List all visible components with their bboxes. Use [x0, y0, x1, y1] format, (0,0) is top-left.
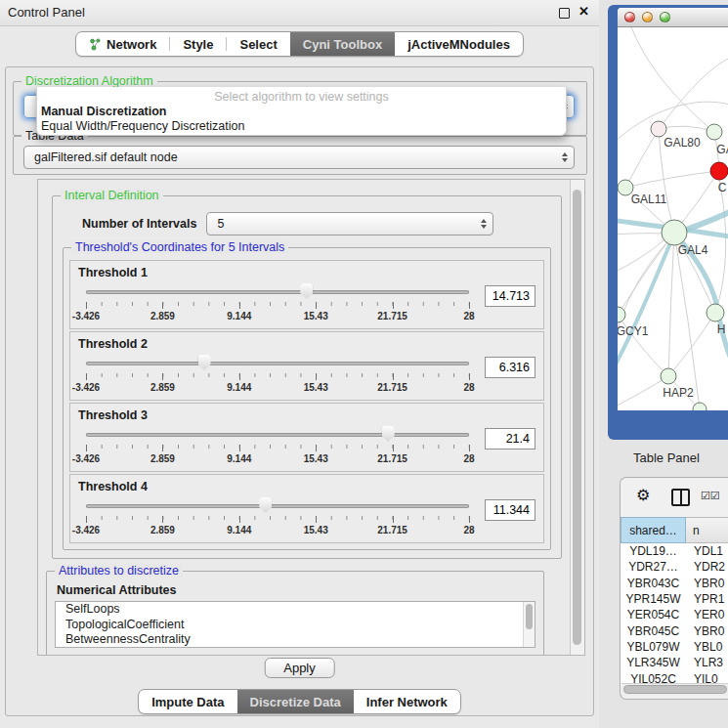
- table-row[interactable]: YDR27…YDR2: [621, 559, 728, 575]
- network-icon: [89, 38, 102, 51]
- table-row[interactable]: YBL079WYBL0: [621, 639, 728, 655]
- table-row[interactable]: YBR045CYBR0: [621, 622, 728, 638]
- network-node-hap2[interactable]: [661, 368, 676, 384]
- major-tick: [162, 373, 163, 380]
- tab-jactivemnodules[interactable]: jActiveMNodules: [395, 32, 523, 56]
- list-scrollbar-thumb[interactable]: [526, 604, 533, 629]
- algorithm-placeholder: Select algorithm to view settings: [37, 89, 566, 105]
- tab-select[interactable]: Select: [227, 32, 289, 56]
- list-scrollbar[interactable]: [523, 602, 535, 647]
- threshold-slider[interactable]: [86, 281, 469, 301]
- close-button[interactable]: [624, 12, 635, 22]
- column-header-name[interactable]: n: [686, 517, 728, 543]
- number-of-intervals-combo[interactable]: 5: [206, 212, 493, 236]
- major-tick: [86, 373, 87, 380]
- node-label: GCY1: [618, 324, 649, 338]
- network-node-gal80[interactable]: [651, 121, 666, 137]
- slider-thumb[interactable]: [259, 497, 272, 513]
- settings-content: Interval Definition Number of Intervals …: [38, 180, 570, 655]
- bottom-tab-infer-network[interactable]: Infer Network: [354, 690, 460, 713]
- major-tick: [239, 516, 240, 523]
- threshold-slider[interactable]: [86, 424, 469, 444]
- split-columns-icon[interactable]: [671, 489, 690, 506]
- major-tick: [162, 516, 163, 523]
- cell-name: YLR3: [686, 656, 728, 669]
- cell-shared-name: YDL19…: [621, 544, 686, 558]
- table-row[interactable]: YPR145WYPR1: [621, 591, 728, 607]
- threshold-value-input[interactable]: [485, 285, 535, 307]
- threshold-panel: Threshold 4-3.4262.8599.14415.4321.71528: [69, 474, 544, 543]
- gear-icon[interactable]: ⚙: [636, 488, 650, 503]
- table-row[interactable]: YDL19…YDL1: [621, 543, 728, 559]
- threshold-slider[interactable]: [86, 353, 469, 372]
- threshold-slider[interactable]: [86, 495, 469, 515]
- threshold-value-input[interactable]: [485, 499, 535, 521]
- table-horizontal-scrollbar[interactable]: [621, 683, 728, 696]
- attributes-group-title: Attributes to discretize: [55, 564, 183, 578]
- bottom-tab-impute-data[interactable]: Impute Data: [139, 690, 236, 713]
- tab-network[interactable]: Network: [76, 32, 169, 56]
- slider-tick-labels: -3.4262.8599.14415.4321.71528: [86, 525, 469, 536]
- number-of-intervals-label: Number of Intervals: [82, 217, 196, 231]
- table-row[interactable]: YBR043CYBR0: [621, 576, 728, 591]
- network-node-gal4[interactable]: [662, 220, 687, 245]
- bottom-tab-bar: Impute DataDiscretize DataInfer Network: [138, 689, 461, 714]
- threshold-label: Threshold 4: [78, 480, 535, 493]
- close-icon[interactable]: ✕: [578, 4, 589, 19]
- minimize-button[interactable]: [642, 12, 653, 22]
- network-node-h[interactable]: [707, 304, 724, 321]
- apply-button[interactable]: Apply: [264, 658, 335, 678]
- list-item[interactable]: TopologicalCoefficient: [56, 618, 535, 633]
- major-tick: [162, 302, 163, 309]
- slider-ticks: [86, 516, 469, 524]
- slider-track[interactable]: [86, 362, 469, 365]
- float-window-icon[interactable]: [559, 8, 570, 19]
- table-row[interactable]: YLR345WYLR3: [621, 655, 728, 670]
- select-columns-icon[interactable]: ☑☑: [701, 490, 720, 502]
- dropdown-option[interactable]: Equal Width/Frequency Discretization: [37, 119, 566, 134]
- cell-name: YBL0: [686, 640, 728, 654]
- numerical-attributes-list[interactable]: SelfLoopsTopologicalCoefficientBetweenne…: [55, 601, 535, 648]
- network-node-ga[interactable]: [707, 124, 722, 140]
- algorithm-dropdown-popup: Select algorithm to view settings Manual…: [36, 87, 567, 136]
- dropdown-option[interactable]: Manual Discretization: [37, 105, 566, 119]
- hscrollbar-thumb[interactable]: [623, 685, 727, 694]
- table-panel: ⚙ ☑☑ shared… n YDL19…YDL1YDR27…YDR2YBR04…: [620, 477, 728, 700]
- tick-label: 2.859: [150, 382, 175, 393]
- zoom-button[interactable]: [660, 12, 670, 22]
- slider-track[interactable]: [86, 433, 469, 437]
- table-row[interactable]: YER054CYER0: [621, 607, 728, 622]
- slider-thumb[interactable]: [300, 283, 313, 299]
- table-data-combo[interactable]: galFiltered.sif default node: [23, 146, 575, 169]
- threshold-value-input[interactable]: [485, 428, 535, 450]
- network-window-titlebar: [618, 8, 728, 27]
- column-header-shared[interactable]: shared…: [621, 517, 686, 543]
- slider-thumb[interactable]: [198, 355, 211, 370]
- cell-shared-name: YLR345W: [621, 656, 686, 669]
- network-node-c[interactable]: [710, 162, 728, 180]
- slider-thumb[interactable]: [382, 426, 395, 442]
- tab-bar: NetworkStyleSelectCyni ToolboxjActiveMNo…: [75, 31, 524, 57]
- tab-cyni-toolbox[interactable]: Cyni Toolbox: [290, 32, 395, 56]
- slider-track[interactable]: [86, 504, 469, 508]
- tick-label: 2.859: [150, 311, 175, 321]
- major-tick: [469, 373, 470, 380]
- threshold-value-input[interactable]: [485, 357, 535, 378]
- bottom-tab-discretize-data[interactable]: Discretize Data: [237, 690, 354, 713]
- tick-label: 21.715: [377, 453, 407, 464]
- list-item[interactable]: BetweennessCentrality: [56, 632, 535, 648]
- network-view-inner: GAL80GACGAL11GAL4GCY1HHAP2: [618, 8, 728, 410]
- list-item[interactable]: SelfLoops: [56, 602, 535, 618]
- cell-name: YBR0: [686, 624, 728, 638]
- tick-label: 15.43: [304, 453, 328, 464]
- cell-shared-name: YBR043C: [621, 577, 686, 590]
- tab-style[interactable]: Style: [170, 32, 226, 56]
- threshold-panel: Threshold 1-3.4262.8599.14415.4321.71528: [69, 260, 544, 329]
- pane-scrollbar[interactable]: [570, 180, 584, 655]
- major-tick: [239, 302, 240, 309]
- slider-track[interactable]: [86, 290, 469, 294]
- cell-shared-name: YDR27…: [621, 560, 686, 574]
- pane-scrollbar-thumb[interactable]: [573, 190, 581, 645]
- network-canvas[interactable]: GAL80GACGAL11GAL4GCY1HHAP2: [618, 27, 728, 410]
- node-label: GA: [716, 143, 728, 156]
